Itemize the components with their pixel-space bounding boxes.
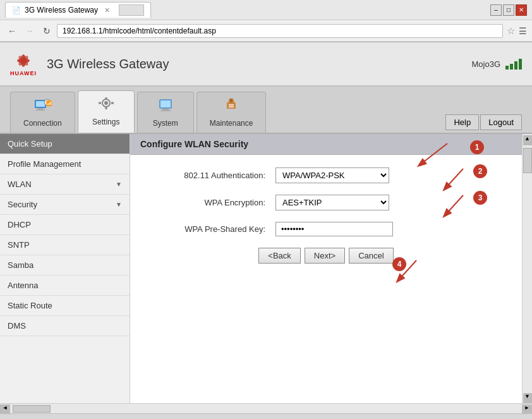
title-bar: 📄 3G Wireless Gateway ✕ – □ ✕ [0, 0, 532, 20]
signal-bar-4 [519, 59, 522, 70]
form-area: 802.11 Authentication: OpenSharedWPA/WPA… [130, 155, 522, 276]
nav-right-links: Help Logout [445, 114, 522, 133]
tab-settings-label: Settings [92, 118, 119, 126]
app-title: 3G Wireless Gateway [47, 57, 471, 71]
svg-rect-20 [227, 102, 236, 109]
minimize-button[interactable]: – [490, 4, 502, 16]
signal-bar-3 [514, 61, 517, 70]
svg-rect-5 [36, 101, 45, 107]
h-scrollbar[interactable]: ◄ ► [0, 403, 532, 413]
browser-tab[interactable]: 📄 3G Wireless Gateway ✕ [5, 2, 151, 18]
svg-rect-13 [105, 107, 107, 109]
close-tab-button[interactable]: ✕ [104, 6, 110, 15]
browser-chrome: 📄 3G Wireless Gateway ✕ – □ ✕ ← → ↻ ☆ ☰ [0, 0, 532, 42]
footer: COPYRIGHT (C) 2006-2012 HUAWEI TECHNOLOG… [0, 413, 532, 419]
new-tab-area [119, 4, 144, 16]
auth-label: 802.11 Authentication: [149, 171, 275, 180]
tab-system[interactable]: System [137, 92, 194, 133]
address-bar: ← → ↻ ☆ ☰ [0, 20, 532, 42]
svg-text:📶: 📶 [46, 100, 52, 106]
annotation-1: 1 [470, 140, 484, 154]
sidebar-item-antenna[interactable]: Antenna [0, 276, 130, 296]
tab-settings[interactable]: Settings [78, 90, 135, 133]
auth-control: OpenSharedWPA/WPA2-PSKWPA/WPA2 [275, 167, 389, 183]
annotation-3: 3 [473, 191, 487, 205]
huawei-logo-svg [11, 51, 36, 70]
next-button[interactable]: Next> [305, 248, 345, 264]
sidebar-item-sntp[interactable]: SNTP [0, 235, 130, 255]
refresh-button[interactable]: ↻ [40, 25, 53, 37]
psk-input[interactable] [275, 222, 393, 236]
svg-rect-19 [160, 110, 171, 111]
svg-rect-22 [230, 99, 233, 102]
logout-link[interactable]: Logout [480, 114, 522, 130]
back-button[interactable]: <Back [258, 248, 301, 264]
signal-bar-2 [510, 64, 513, 70]
sidebar-item-dhcp[interactable]: DHCP [0, 215, 130, 235]
close-button[interactable]: ✕ [516, 4, 527, 16]
auth-row: 802.11 Authentication: OpenSharedWPA/WPA… [149, 167, 503, 183]
system-icon [156, 97, 175, 116]
encryption-label: WPA Encryption: [149, 198, 275, 207]
svg-rect-7 [36, 109, 45, 111]
tab-system-label: System [153, 119, 178, 128]
main-layout: Quick SetupProfile ManagementWLANSecurit… [0, 134, 532, 403]
tab-icon: 📄 [12, 6, 21, 15]
window-controls: – □ ✕ [490, 4, 527, 16]
huawei-logo: HUAWEI [10, 51, 37, 76]
auth-select[interactable]: OpenSharedWPA/WPA2-PSKWPA/WPA2 [275, 167, 389, 183]
sidebar-item-security[interactable]: Security [0, 195, 130, 215]
svg-rect-18 [162, 109, 169, 110]
svg-point-11 [104, 101, 108, 105]
sidebar-item-quick-setup[interactable]: Quick Setup [0, 134, 130, 154]
psk-control [275, 222, 393, 236]
svg-rect-14 [99, 102, 101, 104]
svg-rect-17 [160, 100, 171, 107]
help-link[interactable]: Help [445, 114, 479, 130]
signal-bar-1 [505, 66, 509, 70]
cancel-button[interactable]: Cancel [349, 248, 393, 264]
address-input[interactable] [57, 24, 503, 38]
sidebar-item-wlan[interactable]: WLAN [0, 174, 130, 195]
forward-button[interactable]: → [23, 25, 37, 37]
header-right: Mojo3G [471, 59, 522, 70]
username-label: Mojo3G [471, 59, 500, 69]
app-header: HUAWEI 3G Wireless Gateway Mojo3G [0, 42, 532, 87]
form-actions: <Back Next> Cancel [149, 248, 503, 264]
nav-tabs: 📶 Connection Settings System Maintenance… [0, 87, 532, 134]
svg-rect-15 [111, 102, 114, 104]
tab-title: 3G Wireless Gateway [25, 6, 98, 15]
tab-maintenance[interactable]: Maintenance [196, 92, 267, 133]
sidebar-item-dms[interactable]: DMS [0, 316, 130, 336]
signal-indicator [505, 59, 522, 70]
back-button[interactable]: ← [5, 25, 19, 37]
tab-maintenance-label: Maintenance [210, 119, 253, 128]
svg-rect-12 [105, 97, 107, 100]
restore-button[interactable]: □ [503, 4, 514, 16]
tab-connection[interactable]: 📶 Connection [10, 92, 75, 133]
psk-row: WPA Pre-Shared Key: [149, 222, 503, 236]
sidebar: Quick SetupProfile ManagementWLANSecurit… [0, 134, 130, 403]
sidebar-item-profile-management[interactable]: Profile Management [0, 154, 130, 174]
huawei-text: HUAWEI [10, 70, 37, 76]
content-header: Configure WLAN Security [130, 134, 522, 155]
maintenance-icon [222, 97, 241, 116]
psk-label: WPA Pre-Shared Key: [149, 224, 275, 234]
svg-rect-6 [38, 108, 43, 109]
encryption-control: TKIPAESAES+TKIP [275, 195, 389, 210]
sidebar-item-static-route[interactable]: Static Route [0, 296, 130, 316]
scrollbar[interactable]: ▲ ▼ [522, 134, 532, 403]
content-area: Configure WLAN Security 802.11 Authentic… [130, 134, 522, 403]
title-bar-left: 📄 3G Wireless Gateway ✕ [5, 2, 485, 18]
connection-icon: 📶 [33, 97, 52, 116]
settings-icon [97, 96, 115, 115]
encryption-select[interactable]: TKIPAESAES+TKIP [275, 195, 389, 210]
encryption-row: WPA Encryption: TKIPAESAES+TKIP [149, 195, 503, 210]
sidebar-item-samba[interactable]: Samba [0, 255, 130, 276]
tab-connection-label: Connection [23, 119, 62, 128]
menu-icon[interactable]: ☰ [519, 26, 527, 36]
annotation-2: 2 [473, 164, 487, 178]
bookmark-icon[interactable]: ☆ [507, 25, 515, 37]
annotation-4: 4 [392, 257, 406, 271]
